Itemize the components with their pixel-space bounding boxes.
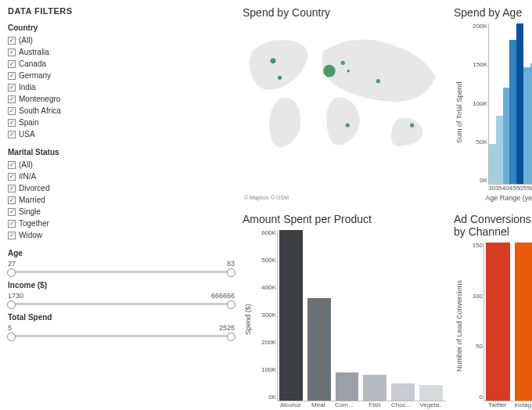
bar[interactable]: [509, 40, 516, 185]
x-tick: 30: [488, 185, 495, 192]
checkbox-label: Together: [19, 218, 49, 229]
checkbox-icon: [8, 232, 16, 239]
checkbox-marital[interactable]: Widow: [8, 229, 235, 241]
x-tick: Alcohol: [279, 401, 302, 408]
y-tick: 100: [466, 293, 483, 300]
bar[interactable]: [503, 88, 510, 184]
panel-spend-by-age: Spend by Age Sum of Total Spend 0K50K100…: [454, 6, 532, 202]
checkbox-country[interactable]: Germany: [8, 70, 235, 81]
y-tick: 150K: [466, 62, 487, 68]
checkbox-marital[interactable]: Together: [8, 218, 235, 229]
slider-min: 27: [8, 260, 16, 268]
checkbox-marital[interactable]: (All): [8, 159, 235, 171]
y-tick: 50: [466, 343, 483, 350]
checkbox-label: (All): [19, 34, 33, 46]
filters-heading: DATA FILTERS: [8, 6, 235, 16]
x-tick: Twitter: [485, 401, 509, 408]
x-tick: 50: [516, 185, 523, 192]
slider-min: 5: [8, 324, 12, 332]
checkbox-marital[interactable]: Divorced: [8, 182, 235, 194]
bar[interactable]: [279, 230, 303, 401]
x-tick: Chocola..: [391, 401, 415, 408]
panel-ad-conversions: Ad Conversions by Channel Number of Lead…: [454, 213, 532, 408]
bar[interactable]: [336, 372, 359, 401]
checkbox-icon: [8, 173, 16, 181]
bar[interactable]: [486, 243, 510, 401]
checkbox-marital[interactable]: #N/A: [8, 171, 235, 182]
x-axis-label: Age Range (years): [465, 194, 532, 202]
x-tick: Meat: [307, 401, 330, 408]
slider-max: 83: [227, 260, 235, 268]
checkbox-label: Widow: [19, 229, 42, 241]
map-attribution: © Mapbox © OSM: [244, 195, 289, 200]
bars-channel[interactable]: 050100150: [483, 243, 532, 401]
data-filters-panel: DATA FILTERS Country (All)AustraliaCanad…: [8, 6, 235, 408]
y-tick: 100K: [466, 101, 487, 107]
bars-product[interactable]: 0K100K200K300K400K500K600K: [277, 230, 446, 401]
filter-country: Country (All)AustraliaCanadaGermanyIndia…: [8, 23, 235, 140]
x-tick: Vegeta..: [419, 401, 443, 408]
bar[interactable]: [391, 383, 415, 401]
y-tick: 50K: [466, 139, 487, 146]
checkbox-icon: [8, 95, 16, 103]
bar[interactable]: [515, 243, 532, 401]
checkbox-icon: [8, 161, 16, 169]
y-tick: 150: [466, 243, 483, 249]
checkbox-country[interactable]: Australia: [8, 46, 235, 58]
y-tick: 200K: [466, 23, 487, 30]
svg-point-6: [376, 79, 380, 83]
bar[interactable]: [516, 23, 523, 184]
checkbox-country[interactable]: (All): [8, 34, 235, 46]
checkbox-country[interactable]: USA: [8, 128, 235, 140]
svg-point-8: [410, 123, 414, 127]
checkbox-icon: [8, 107, 16, 115]
panel-amount-per-product: Amount Spent per Product Spend ($) 0K100…: [243, 213, 446, 408]
x-tick: 35: [495, 185, 502, 192]
x-tick: 55: [523, 185, 530, 192]
filter-title: Country: [8, 23, 235, 32]
bar[interactable]: [496, 116, 503, 184]
panel-title: Ad Conversions by Channel: [454, 213, 532, 238]
bar[interactable]: [363, 375, 386, 401]
panel-spend-by-country: Spend by Country: [243, 6, 446, 202]
checkbox-marital[interactable]: Married: [8, 194, 235, 206]
y-axis-label: Number of Lead Conversions: [454, 243, 465, 408]
checkbox-label: Married: [19, 194, 45, 206]
checkbox-label: Divorced: [19, 182, 49, 194]
checkbox-label: India: [19, 81, 36, 93]
checkbox-country[interactable]: South Africa: [8, 105, 235, 117]
map-svg: [243, 23, 446, 159]
checkbox-icon: [8, 49, 16, 56]
bar[interactable]: [419, 385, 443, 401]
spend-slider[interactable]: 5 2525: [8, 324, 235, 337]
bar[interactable]: [307, 298, 331, 401]
checkbox-label: South Africa: [19, 105, 61, 117]
checkbox-label: Single: [19, 206, 41, 218]
income-slider[interactable]: 1730 666666: [8, 292, 235, 305]
svg-point-5: [347, 70, 349, 72]
bar[interactable]: [489, 144, 496, 184]
slider-max: 2525: [219, 324, 235, 332]
checkbox-country[interactable]: India: [8, 81, 235, 93]
checkbox-icon: [8, 185, 16, 192]
checkbox-country[interactable]: Canada: [8, 58, 235, 70]
checkbox-country[interactable]: Montenegro: [8, 93, 235, 105]
checkbox-label: (All): [19, 159, 33, 171]
y-tick: 300K: [254, 312, 276, 318]
checkbox-label: Montenegro: [19, 93, 60, 105]
y-axis-label: Sum of Total Spend: [454, 23, 465, 202]
filter-title: Age: [8, 249, 235, 257]
world-map[interactable]: [243, 23, 446, 159]
checkbox-label: USA: [19, 128, 35, 140]
bar[interactable]: [523, 67, 530, 184]
svg-point-4: [341, 61, 345, 65]
panel-title: Spend by Country: [243, 6, 446, 19]
filter-income: Income ($) 1730 666666: [8, 281, 235, 305]
y-axis-label: Spend ($): [243, 230, 253, 408]
checkbox-country[interactable]: Spain: [8, 117, 235, 128]
checkbox-marital[interactable]: Single: [8, 206, 235, 218]
x-tick: Commo..: [335, 401, 358, 408]
filter-total-spend: Total Spend 5 2525: [8, 313, 235, 337]
age-slider[interactable]: 27 83: [8, 260, 235, 273]
bars-age[interactable]: 0K50K100K150K200K: [488, 23, 532, 185]
